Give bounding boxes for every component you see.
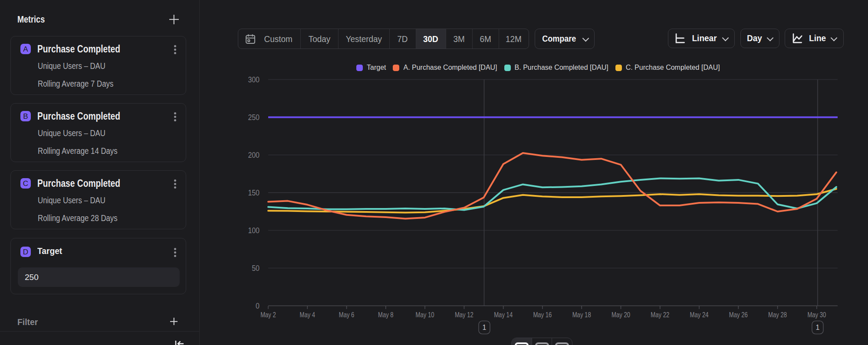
svg-text:May 24: May 24: [690, 311, 709, 319]
svg-text:1: 1: [483, 324, 487, 331]
svg-text:300: 300: [248, 75, 260, 84]
svg-text:May 2: May 2: [260, 311, 276, 319]
svg-text:May 16: May 16: [533, 311, 552, 319]
svg-text:May 4: May 4: [300, 311, 316, 319]
svg-text:150: 150: [248, 189, 260, 197]
svg-text:1: 1: [816, 324, 820, 331]
svg-text:200: 200: [248, 151, 260, 159]
svg-text:0: 0: [256, 302, 260, 310]
svg-text:100: 100: [248, 226, 260, 235]
svg-text:May 26: May 26: [729, 311, 748, 319]
svg-text:May 28: May 28: [768, 311, 787, 319]
svg-text:250: 250: [248, 113, 260, 122]
svg-text:May 6: May 6: [339, 311, 355, 319]
svg-text:50: 50: [252, 264, 260, 273]
svg-text:May 20: May 20: [612, 311, 630, 319]
svg-text:May 10: May 10: [416, 311, 434, 319]
svg-text:May 12: May 12: [455, 311, 473, 319]
svg-text:May 18: May 18: [572, 311, 591, 319]
svg-text:May 14: May 14: [494, 311, 513, 319]
svg-text:May 8: May 8: [378, 311, 394, 319]
svg-text:May 30: May 30: [807, 311, 826, 319]
svg-text:May 22: May 22: [651, 311, 669, 319]
